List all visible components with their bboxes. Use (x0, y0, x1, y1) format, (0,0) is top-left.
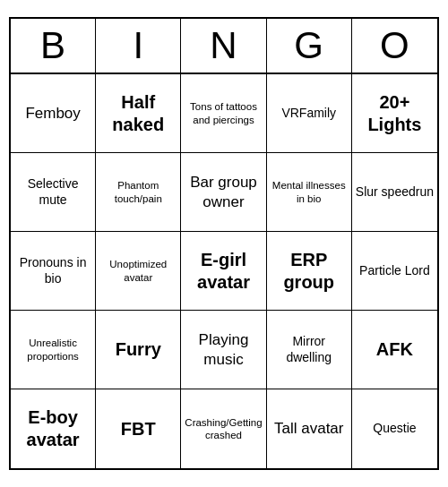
bingo-card: B I N G O FemboyHalf nakedTons of tattoo… (9, 17, 439, 470)
bingo-cell-15[interactable]: Unrealistic proportions (11, 311, 96, 389)
bingo-cell-16[interactable]: Furry (96, 311, 181, 389)
bingo-grid: FemboyHalf nakedTons of tattoos and pier… (11, 74, 437, 468)
bingo-cell-11[interactable]: Unoptimized avatar (96, 232, 181, 311)
bingo-cell-10[interactable]: Pronouns in bio (11, 232, 96, 311)
letter-o: O (352, 19, 437, 73)
bingo-cell-20[interactable]: E-boy avatar (11, 389, 96, 468)
bingo-cell-8[interactable]: Mental illnesses in bio (267, 153, 352, 232)
letter-n: N (181, 19, 266, 73)
bingo-cell-2[interactable]: Tons of tattoos and piercings (181, 74, 266, 153)
letter-g: G (267, 19, 352, 73)
bingo-cell-24[interactable]: Questie (352, 389, 437, 468)
bingo-cell-9[interactable]: Slur speedrun (352, 153, 437, 232)
bingo-cell-7[interactable]: Bar group owner (181, 153, 266, 232)
bingo-cell-0[interactable]: Femboy (11, 74, 96, 153)
bingo-cell-19[interactable]: AFK (352, 311, 437, 389)
bingo-cell-17[interactable]: Playing music (181, 311, 266, 389)
bingo-cell-23[interactable]: Tall avatar (267, 389, 352, 468)
bingo-cell-3[interactable]: VRFamily (267, 74, 352, 153)
bingo-cell-12[interactable]: E-girl avatar (181, 232, 266, 311)
bingo-header: B I N G O (11, 19, 437, 74)
bingo-cell-1[interactable]: Half naked (96, 74, 181, 153)
bingo-cell-6[interactable]: Phantom touch/pain (96, 153, 181, 232)
bingo-cell-18[interactable]: Mirror dwelling (267, 311, 352, 389)
letter-b: B (11, 19, 96, 73)
bingo-cell-5[interactable]: Selective mute (11, 153, 96, 232)
bingo-cell-13[interactable]: ERP group (267, 232, 352, 311)
letter-i: I (96, 19, 181, 73)
bingo-cell-22[interactable]: Crashing/Getting crashed (181, 389, 266, 468)
bingo-cell-14[interactable]: Particle Lord (352, 232, 437, 311)
bingo-cell-21[interactable]: FBT (96, 389, 181, 468)
bingo-cell-4[interactable]: 20+ Lights (352, 74, 437, 153)
